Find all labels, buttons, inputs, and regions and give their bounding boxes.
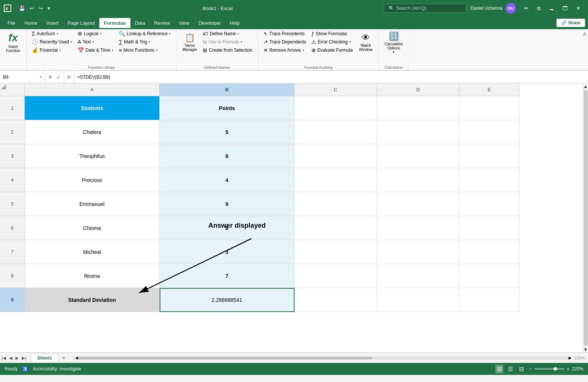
- more-functions-button[interactable]: ≡ More Functions ▾: [117, 46, 173, 54]
- cell-A3[interactable]: Theophilus: [25, 144, 160, 168]
- cell-C7[interactable]: [295, 240, 377, 264]
- cell-D5[interactable]: [377, 192, 459, 216]
- cell-D1[interactable]: [377, 96, 459, 120]
- cell-E7[interactable]: [459, 240, 519, 264]
- error-checking-button[interactable]: ⚠ Error Checking ▾: [309, 38, 355, 46]
- cell-D7[interactable]: [377, 240, 459, 264]
- trace-precedents-button[interactable]: ↖ Trace Precedents: [261, 30, 308, 37]
- row-header-2[interactable]: 2: [0, 120, 25, 144]
- next-sheet-button[interactable]: ▶: [14, 355, 20, 361]
- cell-D2[interactable]: [377, 120, 459, 144]
- cell-B9[interactable]: 2.288688541: [160, 288, 295, 312]
- cell-B3[interactable]: 8: [160, 144, 295, 168]
- menu-help[interactable]: Help: [225, 18, 244, 28]
- cell-D6[interactable]: [377, 216, 459, 240]
- cell-C9[interactable]: [295, 288, 377, 312]
- cell-E5[interactable]: [459, 192, 519, 216]
- create-from-sel-button[interactable]: ⊞ Create from Selection: [200, 46, 254, 54]
- cell-A8[interactable]: Ifeoma: [25, 264, 160, 288]
- search-input[interactable]: [396, 6, 456, 11]
- cell-D4[interactable]: [377, 168, 459, 192]
- cell-A1[interactable]: Students: [25, 96, 160, 120]
- normal-view-button[interactable]: ⊞: [495, 365, 503, 373]
- confirm-formula-button[interactable]: ✓: [55, 73, 62, 81]
- logical-button[interactable]: ⚙ Logical ▾: [75, 30, 116, 37]
- formula-input[interactable]: [74, 75, 588, 80]
- menu-insert[interactable]: Insert: [42, 18, 63, 28]
- remove-arrows-button[interactable]: ✕ Remove Arrows ▾: [261, 46, 308, 54]
- trace-dependents-button[interactable]: ↗ Trace Dependents: [261, 38, 308, 46]
- text-button[interactable]: A Text ▾: [75, 38, 116, 46]
- col-header-a[interactable]: A: [25, 84, 160, 96]
- recently-used-button[interactable]: 🕐 Recently Used ▾: [30, 38, 75, 46]
- cell-A2[interactable]: Chidera: [25, 120, 160, 144]
- customize-button[interactable]: ▾: [46, 4, 52, 13]
- scroll-down-button[interactable]: ▼: [583, 346, 588, 352]
- financial-button[interactable]: 💰 Financial ▾: [30, 46, 75, 54]
- cell-E8[interactable]: [459, 264, 519, 288]
- cell-A4[interactable]: Precious: [25, 168, 160, 192]
- menu-view[interactable]: View: [175, 18, 194, 28]
- scroll-left-button[interactable]: ◀: [75, 355, 78, 360]
- row-header-4[interactable]: 4: [0, 168, 25, 192]
- row-header-8[interactable]: 8: [0, 264, 25, 288]
- autosum-button[interactable]: Σ AutoSum ▾: [30, 30, 75, 37]
- cell-E2[interactable]: [459, 120, 519, 144]
- col-header-e[interactable]: E: [459, 84, 519, 96]
- menu-home[interactable]: Home: [20, 18, 42, 28]
- datetime-button[interactable]: 📅 Date & Time ▾: [75, 46, 116, 54]
- name-box[interactable]: B9 ▾: [0, 71, 45, 83]
- prev-sheet-button[interactable]: ◀: [7, 355, 14, 361]
- cell-B8[interactable]: 7: [160, 264, 295, 288]
- undo-button[interactable]: ↩: [28, 4, 36, 13]
- close-button[interactable]: ✕: [572, 4, 584, 13]
- calc-options-button[interactable]: 🔢 CalculationOptions ▾: [382, 30, 405, 55]
- use-in-formula-button[interactable]: fx Use in Formula ▾: [200, 38, 254, 46]
- cell-C2[interactable]: [295, 120, 377, 144]
- row-header-9[interactable]: 9: [0, 288, 25, 312]
- ribbon-collapse[interactable]: ∧: [581, 29, 588, 70]
- pen-button[interactable]: ✏: [521, 4, 533, 13]
- show-formulas-button[interactable]: ƒ Show Formulas: [309, 30, 355, 37]
- cell-B7[interactable]: 3: [160, 240, 295, 264]
- evaluate-formula-button[interactable]: ⊕ Evaluate Formula: [309, 46, 355, 54]
- redo-button[interactable]: ↪: [37, 4, 45, 13]
- cell-E4[interactable]: [459, 168, 519, 192]
- row-header-7[interactable]: 7: [0, 240, 25, 264]
- menu-developer[interactable]: Developer: [194, 18, 225, 28]
- cell-C8[interactable]: [295, 264, 377, 288]
- menu-formulas[interactable]: Formulas: [99, 18, 130, 28]
- menu-data[interactable]: Data: [130, 18, 150, 28]
- cell-E1[interactable]: [459, 96, 519, 120]
- minimize-button[interactable]: 🗕: [545, 4, 558, 13]
- cell-C4[interactable]: [295, 168, 377, 192]
- search-box[interactable]: 🔍: [384, 4, 466, 13]
- math-trig-button[interactable]: ∑ Math & Trig ▾: [117, 38, 173, 46]
- cell-E3[interactable]: [459, 144, 519, 168]
- zoom-slider[interactable]: [534, 368, 564, 370]
- cell-C3[interactable]: [295, 144, 377, 168]
- cell-A6[interactable]: Chioma: [25, 216, 160, 240]
- cell-A7[interactable]: Micheal: [25, 240, 160, 264]
- col-header-d[interactable]: D: [377, 84, 459, 96]
- menu-review[interactable]: Review: [150, 18, 175, 28]
- zoom-in-button[interactable]: +: [566, 365, 570, 373]
- col-header-b[interactable]: B: [160, 84, 295, 96]
- scroll-right-button[interactable]: ▶: [569, 355, 572, 360]
- cell-A9[interactable]: Standard Deviation: [25, 288, 160, 312]
- add-sheet-button[interactable]: +: [59, 354, 69, 362]
- vertical-scrollbar[interactable]: ▲ ▼: [583, 84, 588, 352]
- last-sheet-button[interactable]: ▶|: [20, 355, 28, 361]
- row-header-1[interactable]: 1: [0, 96, 25, 120]
- scroll-up-button[interactable]: ▲: [583, 84, 588, 90]
- restore-button[interactable]: ⧉: [533, 4, 545, 13]
- define-name-button[interactable]: 🏷 Define Name ▾: [200, 30, 254, 37]
- cell-D9[interactable]: [377, 288, 459, 312]
- insert-function-button[interactable]: fx InsertFunction: [3, 30, 23, 55]
- row-header-5[interactable]: 5: [0, 192, 25, 216]
- cell-C1[interactable]: [295, 96, 377, 120]
- cell-A5[interactable]: Emmanuel: [25, 192, 160, 216]
- share-button[interactable]: 🔗 Share: [557, 19, 585, 27]
- maximize-button[interactable]: 🗖: [559, 4, 572, 13]
- watch-window-button[interactable]: 👁 WatchWindow: [356, 30, 376, 55]
